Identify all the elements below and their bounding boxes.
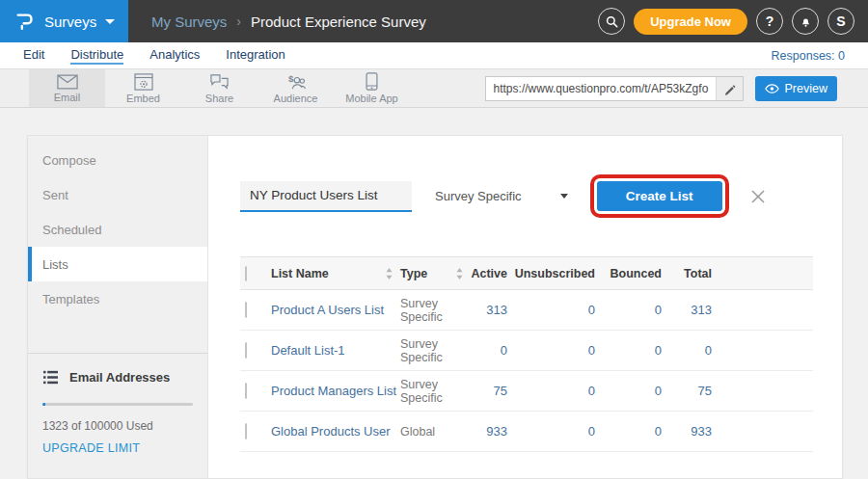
pencil-icon [723, 83, 736, 95]
tab-distribute[interactable]: Distribute [70, 47, 123, 65]
total-count[interactable]: 933 [662, 424, 712, 439]
eye-icon [765, 84, 779, 93]
list-type: Survey Specific [400, 378, 471, 405]
column-header-bounced: Bounced [595, 267, 662, 280]
svg-text:$: $ [287, 73, 293, 84]
table-row: Global Products User Global 933 0 0 933 [240, 412, 813, 452]
unsubscribed-count: 0 [507, 303, 595, 317]
sidebar-item-compose[interactable]: Compose [28, 143, 207, 177]
row-checkbox[interactable] [245, 342, 247, 359]
column-header-type[interactable]: Type [400, 267, 427, 280]
toolbar-label: Mobile App [345, 93, 397, 104]
table-header-row: List Name Type Active Unsubscribed Bounc… [240, 256, 813, 290]
mobile-app-icon [366, 72, 378, 91]
sidebar-item-scheduled[interactable]: Scheduled [28, 212, 207, 247]
table-row: Product A Users List Survey Specific 313… [240, 290, 813, 331]
close-form-button[interactable] [749, 188, 767, 205]
row-checkbox[interactable] [245, 423, 247, 439]
usage-progress-fill [42, 403, 45, 406]
edit-url-button[interactable] [716, 77, 743, 100]
survey-url-value: https://www.questionpro.com/t/AP53kZgfo [486, 82, 716, 95]
sidebar-item-label: Scheduled [42, 223, 101, 237]
sidebar-item-lists[interactable]: Lists [28, 247, 207, 281]
column-header-list-name[interactable]: List Name [271, 267, 329, 280]
audience-icon: $ [285, 73, 307, 91]
tab-analytics[interactable]: Analytics [149, 47, 200, 65]
total-count[interactable]: 0 [662, 343, 712, 358]
toolbar-label: Share [205, 93, 233, 104]
toolbar-label: Email [54, 92, 81, 103]
top-header: Surveys My Surveys › Product Experience … [0, 0, 868, 42]
row-checkbox[interactable] [245, 383, 247, 399]
list-name-link[interactable]: Default List-1 [271, 343, 400, 358]
active-count[interactable]: 933 [471, 424, 507, 439]
page-content: Compose Sent Scheduled Lists Templates E… [0, 108, 868, 479]
survey-url-field[interactable]: https://www.questionpro.com/t/AP53kZgfo [485, 76, 744, 101]
list-name-link[interactable]: Global Products User [271, 424, 400, 439]
toolbar-item-embed[interactable]: Embed [105, 69, 181, 107]
create-list-form: Survey Specific Create List [240, 174, 842, 218]
create-list-button[interactable]: Create List [597, 181, 722, 211]
distribute-toolbar: Email Embed Share $ Audience Mobile App … [0, 69, 868, 108]
bell-icon [799, 14, 813, 29]
share-icon [209, 73, 230, 91]
list-type-selected-value: Survey Specific [435, 189, 522, 203]
row-checkbox[interactable] [245, 302, 247, 318]
list-name-input[interactable] [240, 181, 412, 212]
sidebar-item-sent[interactable]: Sent [28, 177, 207, 212]
toolbar-item-audience[interactable]: $ Audience [258, 69, 334, 107]
list-name-link[interactable]: Product Managers List [271, 384, 400, 398]
list-name-link[interactable]: Product A Users List [271, 303, 400, 317]
embed-icon [134, 73, 153, 91]
email-distribute-card: Compose Sent Scheduled Lists Templates E… [27, 135, 843, 479]
column-header-total: Total [662, 267, 712, 280]
active-count[interactable]: 0 [471, 343, 507, 358]
brand-label: Surveys [44, 13, 96, 30]
lists-panel: Survey Specific Create List List Name [208, 136, 842, 478]
preview-button[interactable]: Preview [755, 76, 837, 101]
list-type-select[interactable]: Survey Specific [421, 181, 582, 212]
search-icon [605, 14, 619, 29]
questionpro-logo-icon [14, 11, 36, 32]
unsubscribed-count: 0 [507, 424, 595, 439]
toolbar-item-share[interactable]: Share [181, 69, 258, 107]
sidebar-item-label: Templates [42, 292, 99, 306]
table-row: Product Managers List Survey Specific 75… [240, 371, 813, 412]
bounced-count: 0 [595, 424, 662, 439]
toolbar-item-mobile-app[interactable]: Mobile App [334, 69, 410, 107]
list-type: Survey Specific [400, 337, 471, 364]
unsubscribed-count: 0 [507, 384, 595, 398]
surveys-menu-button[interactable]: Surveys [0, 0, 128, 42]
total-count[interactable]: 75 [662, 384, 712, 398]
bounced-count: 0 [595, 384, 662, 398]
total-count[interactable]: 313 [662, 303, 712, 317]
sidebar-item-label: Lists [42, 257, 68, 272]
breadcrumb: My Surveys › Product Experience Survey [151, 13, 426, 30]
active-count[interactable]: 75 [471, 384, 507, 398]
notifications-button[interactable] [792, 8, 819, 35]
header-actions: Upgrade Now ? S [598, 8, 868, 35]
section-tabs: Edit Distribute Analytics Integration Re… [0, 42, 868, 69]
sidebar-item-templates[interactable]: Templates [28, 281, 207, 316]
breadcrumb-my-surveys[interactable]: My Surveys [151, 13, 227, 30]
upgrade-limit-link[interactable]: UPGRADE LIMIT [42, 441, 193, 455]
list-type: Global [400, 425, 471, 439]
search-button[interactable] [598, 8, 625, 35]
column-header-active: Active [471, 267, 507, 280]
tab-integration[interactable]: Integration [226, 47, 285, 65]
unsubscribed-count: 0 [507, 343, 595, 358]
tab-edit[interactable]: Edit [23, 47, 44, 65]
email-sidebar: Compose Sent Scheduled Lists Templates E… [28, 136, 208, 478]
sidebar-item-label: Sent [42, 188, 68, 202]
email-addresses-title: Email Addresses [69, 370, 170, 385]
upgrade-now-button[interactable]: Upgrade Now [634, 9, 747, 35]
avatar-initial: S [836, 13, 845, 29]
user-avatar[interactable]: S [827, 8, 854, 35]
active-count[interactable]: 313 [471, 303, 507, 317]
sort-icon [456, 268, 463, 279]
toolbar-item-email[interactable]: Email [29, 69, 105, 107]
help-button[interactable]: ? [756, 8, 783, 35]
lists-table: List Name Type Active Unsubscribed Bounc… [240, 256, 813, 452]
select-all-checkbox[interactable] [245, 266, 247, 281]
preview-label: Preview [785, 82, 827, 95]
